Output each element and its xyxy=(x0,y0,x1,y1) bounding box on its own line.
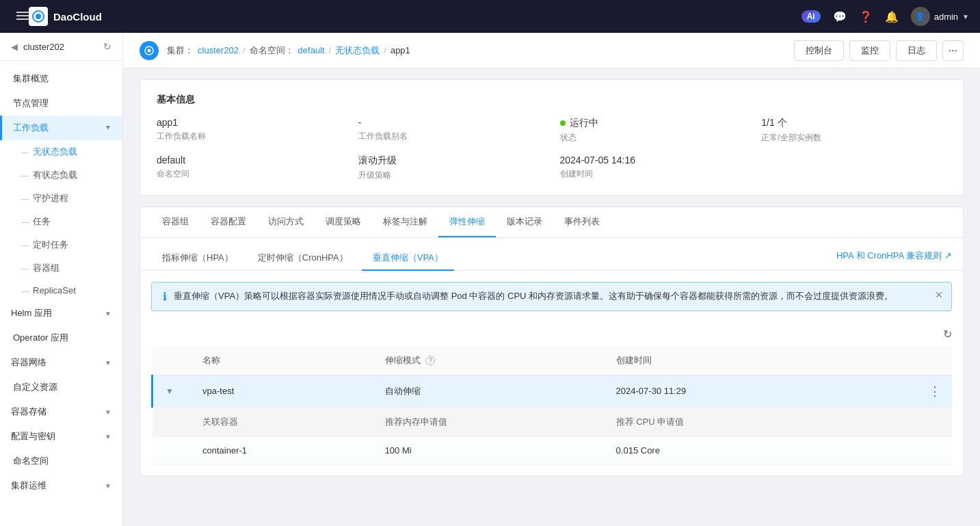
sub-tab-cronhpa[interactable]: 定时伸缩（CronHPA） xyxy=(247,246,359,271)
namespace-link[interactable]: default xyxy=(298,45,325,55)
table-body: ▼ vpa-test 自动伸缩 2024-07-30 11:29 ⋮ xyxy=(153,375,953,464)
main-tabs-bar: 容器组 容器配置 访问方式 调度策略 标签与注解 弹性伸缩 版本记录 事件列表 xyxy=(140,207,963,238)
info-instances: 1/1 个 正常/全部实例数 xyxy=(761,117,946,144)
sidebar-item-namespace[interactable]: 命名空间 xyxy=(0,449,122,473)
console-button[interactable]: 控制台 xyxy=(794,40,844,61)
sub-table-header-row: 关联容器 推荐内存申请值 推荐 CPU 申请值 xyxy=(153,407,953,436)
logs-button[interactable]: 日志 xyxy=(896,40,937,61)
logo: DaoCloud xyxy=(29,7,102,26)
app-name: app1 xyxy=(390,45,410,55)
vpa-name-cell: vpa-test xyxy=(191,375,374,407)
sidebar-item-helm-app[interactable]: Helm 应用 ▼ xyxy=(0,301,122,326)
more-button[interactable]: ··· xyxy=(942,40,964,61)
username: admin xyxy=(934,12,958,22)
sub-tab-vpa[interactable]: 垂直伸缩（VPA） xyxy=(362,246,454,271)
status-dot xyxy=(560,120,566,126)
alert-close-button[interactable]: ✕ xyxy=(935,289,943,300)
sidebar-item-cron-task[interactable]: 定时任务 xyxy=(0,233,122,257)
message-icon[interactable]: 💬 xyxy=(833,10,847,23)
sidebar-item-workload[interactable]: 工作负载 ▲ xyxy=(0,116,122,140)
tab-access[interactable]: 访问方式 xyxy=(257,207,315,237)
header-actions: 控制台 监控 日志 ··· xyxy=(794,40,964,61)
sidebar-item-container-storage[interactable]: 容器存储 ▼ xyxy=(0,399,122,424)
status-value: 运行中 xyxy=(560,117,745,129)
content-area: 基本信息 app1 工作负载名称 - 工作负载别名 运行中 xyxy=(123,68,980,526)
sub-col-cpu: 推荐 CPU 申请值 xyxy=(605,407,858,436)
sub-cpu-value: 0.015 Core xyxy=(605,436,858,464)
namespace-label2: 命名空间 xyxy=(157,168,342,180)
table-refresh-button[interactable]: ↻ xyxy=(943,328,952,341)
sidebar-item-custom-resources[interactable]: 自定义资源 xyxy=(0,375,122,399)
hpa-compat-link[interactable]: HPA 和 CronHPA 兼容规则 ↗ xyxy=(836,250,952,262)
upgrade-strategy-label: 升级策略 xyxy=(358,170,544,181)
upgrade-strategy-value: 滚动升级 xyxy=(358,155,544,167)
namespace-value: default xyxy=(157,155,342,166)
sub-tab-hpa[interactable]: 指标伸缩（HPA） xyxy=(151,246,244,271)
col-created-at: 创建时间 xyxy=(605,346,858,376)
basic-info-card: 基本信息 app1 工作负载名称 - 工作负载别名 运行中 xyxy=(140,79,964,196)
status-label: 状态 xyxy=(560,132,745,144)
main-content: 集群： cluster202 / 命名空间： default / 无状态负载 /… xyxy=(123,33,980,526)
vpa-actions-cell: ⋮ xyxy=(858,375,952,407)
info-status: 运行中 状态 xyxy=(560,117,745,144)
info-created-at: 2024-07-05 14:16 创建时间 xyxy=(560,155,745,181)
svg-rect-1 xyxy=(16,15,29,16)
expand-col-header xyxy=(153,346,192,376)
vpa-mode-cell: 自动伸缩 xyxy=(374,375,605,407)
row-expand-button[interactable]: ▼ xyxy=(164,386,175,397)
notification-icon[interactable]: 🔔 xyxy=(885,10,899,23)
sidebar-item-stateful[interactable]: 有状态负载 xyxy=(0,163,122,187)
basic-info-title: 基本信息 xyxy=(157,94,946,106)
tab-container-group[interactable]: 容器组 xyxy=(151,207,200,237)
monitor-button[interactable]: 监控 xyxy=(849,40,890,61)
row-actions: ⋮ xyxy=(869,384,941,399)
user-menu[interactable]: 👤 admin ▼ xyxy=(911,7,969,26)
sidebar-item-stateless[interactable]: 无状态负载 xyxy=(0,140,122,163)
svg-rect-2 xyxy=(16,18,29,20)
table-header: 名称 伸缩模式 ? 创建时间 xyxy=(153,346,953,376)
sub-container-name: container-1 xyxy=(191,436,374,464)
tab-label[interactable]: 标签与注解 xyxy=(372,207,438,237)
info-upgrade-strategy: 滚动升级 升级策略 xyxy=(358,155,544,181)
sidebar-item-config-secret[interactable]: 配置与密钥 ▼ xyxy=(0,424,122,449)
sidebar-item-node-management[interactable]: 节点管理 xyxy=(0,91,122,116)
sub-col-container: 关联容器 xyxy=(191,407,374,436)
sidebar-item-daemon[interactable]: 守护进程 xyxy=(0,187,122,210)
sidebar-item-task[interactable]: 任务 xyxy=(0,210,122,233)
logo-icon xyxy=(29,7,48,26)
sidebar-sub-workload: 无状态负载 有状态负载 守护进程 任务 定时任务 容器组 Rep xyxy=(0,140,122,301)
back-icon[interactable]: ◀ xyxy=(11,42,18,52)
sidebar-item-container-group[interactable]: 容器组 xyxy=(0,257,122,280)
workload-alias-label: 工作负载别名 xyxy=(358,131,544,142)
tab-event[interactable]: 事件列表 xyxy=(553,207,611,237)
sidebar-item-operator-app[interactable]: Operator 应用 xyxy=(0,326,122,350)
vpa-created-cell: 2024-07-30 11:29 xyxy=(605,375,858,407)
workload-link[interactable]: 无状态负载 xyxy=(335,44,380,57)
ai-button[interactable]: Ai xyxy=(802,10,821,23)
tab-elastic[interactable]: 弹性伸缩 xyxy=(438,207,496,237)
tab-schedule[interactable]: 调度策略 xyxy=(315,207,372,237)
svg-rect-0 xyxy=(16,12,29,13)
helm-chevron-icon: ▼ xyxy=(105,310,111,317)
sidebar-item-replicaset[interactable]: ReplicaSet xyxy=(0,280,122,301)
sidebar: ◀ cluster202 ↻ 集群概览 节点管理 工作负载 ▲ 无状态负载 有状… xyxy=(0,33,123,526)
topbar-right: Ai 💬 ❓ 🔔 👤 admin ▼ xyxy=(802,7,969,26)
cluster-selector: ◀ cluster202 ↻ xyxy=(0,33,122,61)
network-chevron-icon: ▼ xyxy=(105,359,111,367)
hamburger-menu[interactable] xyxy=(16,10,29,24)
help-icon[interactable]: ❓ xyxy=(859,10,873,23)
row-more-button[interactable]: ⋮ xyxy=(929,384,941,399)
refresh-icon[interactable]: ↻ xyxy=(103,41,111,52)
instances-value: 1/1 个 xyxy=(761,117,946,129)
sidebar-item-cluster-overview[interactable]: 集群概览 xyxy=(0,66,122,91)
cluster-link[interactable]: cluster202 xyxy=(198,45,239,55)
table-row: ▼ vpa-test 自动伸缩 2024-07-30 11:29 ⋮ xyxy=(153,375,953,407)
sidebar-item-container-network[interactable]: 容器网络 ▼ xyxy=(0,350,122,375)
tab-version[interactable]: 版本记录 xyxy=(496,207,553,237)
logo-text: DaoCloud xyxy=(53,11,102,23)
ops-chevron-icon: ▼ xyxy=(105,482,111,490)
sidebar-item-cluster-ops[interactable]: 集群运维 ▼ xyxy=(0,473,122,498)
tabs-container: 容器组 容器配置 访问方式 调度策略 标签与注解 弹性伸缩 版本记录 事件列表 … xyxy=(140,207,964,476)
storage-chevron-icon: ▼ xyxy=(105,408,111,416)
tab-container-config[interactable]: 容器配置 xyxy=(200,207,257,237)
